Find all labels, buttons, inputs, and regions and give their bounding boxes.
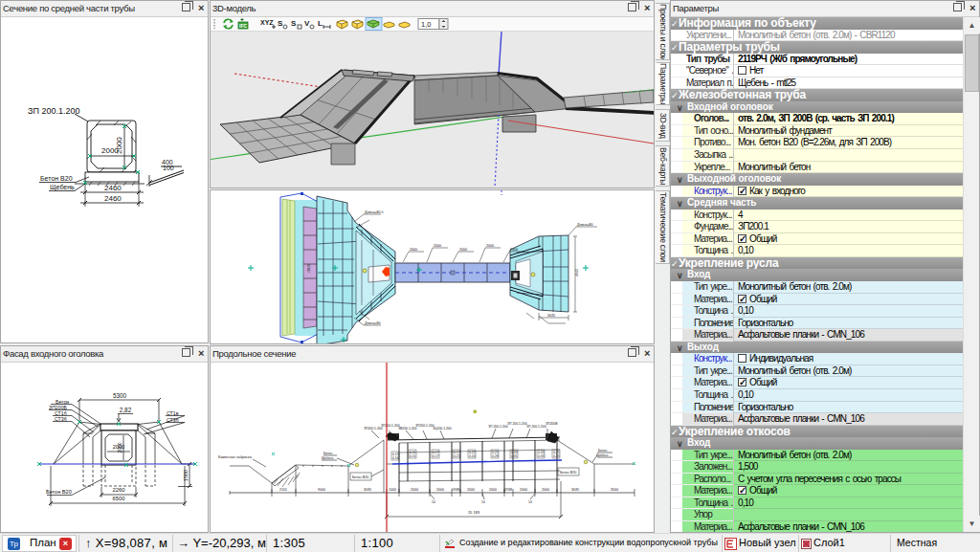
svg-text:0.21: 0.21 <box>454 454 460 458</box>
svg-text:2460: 2460 <box>104 194 122 203</box>
svg-text:0.23: 0.23 <box>553 454 560 458</box>
svg-text:L: L <box>318 19 323 28</box>
svg-text:3035: 3035 <box>571 488 579 492</box>
svg-text:2000: 2000 <box>410 248 417 252</box>
svg-text:2000: 2000 <box>510 248 518 252</box>
svg-text:2460: 2460 <box>104 184 122 192</box>
svg-text:Бетон В20: Бетон В20 <box>560 471 576 475</box>
svg-text:Длина=80: Длина=80 <box>577 223 593 227</box>
svg-text:2000: 2000 <box>467 488 475 492</box>
svg-text:2260: 2260 <box>113 487 125 493</box>
svg-text:3035: 3035 <box>364 488 371 492</box>
svg-text:Бетон В20: Бетон В20 <box>46 489 72 495</box>
svg-text:2000: 2000 <box>486 244 494 248</box>
svg-text:IFC: IFC <box>239 23 247 29</box>
svg-text:2000: 2000 <box>520 488 527 492</box>
svg-text:Щебень: Щебень <box>322 456 334 460</box>
svg-text:2000: 2000 <box>542 488 549 492</box>
svg-text:Бетон: Бетон <box>598 449 607 453</box>
svg-text:Бетон В20: Бетон В20 <box>40 175 73 182</box>
svg-text:2000: 2000 <box>489 488 497 492</box>
svg-text:ЗП200.1.200: ЗП200.1.200 <box>415 424 434 428</box>
svg-text:ЗП 200.1.200: ЗП 200.1.200 <box>28 106 79 116</box>
svg-text:0.28: 0.28 <box>492 454 499 458</box>
svg-text:СТ1в: СТ1в <box>167 410 179 416</box>
svg-text:S: S <box>278 19 283 28</box>
svg-text:15 183: 15 183 <box>468 510 480 515</box>
svg-text:5300: 5300 <box>113 392 127 399</box>
svg-text:0.16: 0.16 <box>392 456 399 460</box>
svg-text:Бетон В20: Бетон В20 <box>352 475 368 479</box>
svg-text:2000: 2000 <box>459 248 467 252</box>
svg-text:2000: 2000 <box>436 488 444 492</box>
svg-text:Щебень: Щебень <box>596 453 609 457</box>
svg-text:0.33: 0.33 <box>538 454 545 458</box>
svg-text:2,82: 2,82 <box>120 407 132 413</box>
svg-text:3500: 3500 <box>611 488 618 492</box>
svg-text:2000: 2000 <box>434 244 441 248</box>
svg-text:2000: 2000 <box>117 442 122 453</box>
svg-text:СТ3б: СТ3б <box>55 416 67 422</box>
svg-text:СТ3б: СТ3б <box>167 417 179 423</box>
svg-text:10: 10 <box>481 500 485 504</box>
svg-text:9000: 9000 <box>318 488 325 492</box>
svg-text:ЗВ200.1.200: ЗВ200.1.200 <box>398 427 417 431</box>
svg-text:4640: 4640 <box>575 269 579 276</box>
svg-text:1938: 1938 <box>504 488 512 492</box>
svg-text:2000: 2000 <box>411 488 418 492</box>
svg-text:6500: 6500 <box>113 496 125 501</box>
svg-text:XYZ: XYZ <box>260 19 274 26</box>
svg-text:10: 10 <box>432 500 435 504</box>
svg-text:0.31: 0.31 <box>511 454 518 458</box>
svg-text:Щебень: Щебень <box>50 184 75 191</box>
svg-text:3035: 3035 <box>547 314 555 318</box>
svg-text:1000: 1000 <box>389 488 396 492</box>
svg-text:V: V <box>304 19 310 28</box>
svg-text:28820: 28820 <box>307 264 311 273</box>
svg-text:S: S <box>291 19 297 28</box>
svg-text:Бетон: Бетон <box>323 452 332 455</box>
svg-text:1,0: 1,0 <box>421 20 431 29</box>
svg-text:ЗП 200.1.200: ЗП 200.1.200 <box>526 425 546 429</box>
svg-text:ЗЦ200.1.200: ЗЦ200.1.200 <box>433 427 452 431</box>
svg-text:ЗП 200.1.200: ЗП 200.1.200 <box>507 422 527 426</box>
svg-text:1938: 1938 <box>452 488 459 492</box>
svg-text:10: 10 <box>528 500 532 504</box>
svg-text:Длина=80 б: Длина=80 б <box>365 210 384 214</box>
svg-text:Каменная наброска: Каменная наброска <box>218 455 253 459</box>
svg-text:0.17: 0.17 <box>433 454 439 458</box>
svg-text:2000: 2000 <box>115 137 123 154</box>
svg-text:ЗП200.1.200: ЗП200.1.200 <box>364 427 383 431</box>
svg-text:ЗП200В: ЗП200В <box>546 422 558 426</box>
svg-text:100: 100 <box>163 165 174 171</box>
svg-text:ЗП 200.1.200: ЗП 200.1.200 <box>488 425 508 429</box>
svg-text:0.24: 0.24 <box>469 454 476 458</box>
svg-text:2101: 2101 <box>279 488 287 492</box>
svg-text:0.11: 0.11 <box>410 454 415 458</box>
svg-text:1500: 1500 <box>183 470 189 481</box>
svg-text:Длина=80: Длина=80 <box>365 321 381 325</box>
svg-text:ЗП200.1.200: ЗП200.1.200 <box>381 424 400 428</box>
